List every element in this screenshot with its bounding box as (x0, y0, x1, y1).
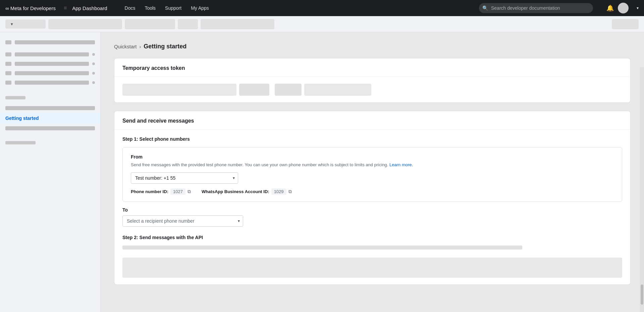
sidebar-item-label-1 (15, 40, 95, 44)
token-action-button[interactable] (275, 84, 302, 96)
secondary-nav-pill-1[interactable] (48, 19, 122, 29)
token-card: Temporary access token (114, 58, 631, 103)
sidebar-item-getting-started[interactable]: Getting started (0, 113, 100, 124)
breadcrumb: Quickstart › Getting started (114, 43, 631, 50)
sidebar-item-dot-5 (92, 81, 95, 84)
token-card-header: Temporary access token (114, 58, 630, 77)
search-area: 🔍 (479, 3, 593, 13)
top-navigation: ∞ Meta for Developers ≡ App Dashboard Do… (0, 0, 644, 16)
to-phone-select[interactable]: Select a recipient phone number (122, 215, 243, 227)
waba-id-label: WhatsApp Business Account ID: (202, 189, 269, 194)
token-card-title: Temporary access token (122, 65, 185, 71)
step2-placeholder-bar-1 (122, 246, 522, 250)
secondary-nav-pill-4[interactable] (201, 19, 274, 29)
phone-number-id-value: 1027 (170, 188, 185, 195)
sidebar-item-icon-1 (5, 40, 11, 44)
meta-logo-text: ∞ Meta for Developers (5, 5, 56, 11)
sidebar-group-placeholder (5, 96, 25, 99)
search-input[interactable] (479, 3, 593, 13)
send-card-header: Send and receive messages (114, 111, 630, 130)
sidebar-item-7[interactable] (0, 124, 100, 133)
sidebar-item-4[interactable] (0, 69, 100, 78)
nav-links: Docs Tools Support My Apps (121, 3, 213, 13)
step1-label: Step 1: Select phone numbers (122, 136, 622, 142)
meta-logo[interactable]: ∞ Meta for Developers (5, 5, 56, 11)
breadcrumb-separator: › (140, 44, 141, 49)
sidebar-item-icon-4 (5, 71, 11, 75)
nav-link-myapps[interactable]: My Apps (187, 3, 213, 13)
from-desc-text: Send free messages with the provided tes… (131, 162, 388, 167)
user-menu-chevron-icon[interactable]: ▾ (637, 6, 639, 10)
secondary-nav-pill-3[interactable] (178, 19, 198, 29)
nav-link-docs[interactable]: Docs (121, 3, 140, 13)
token-input[interactable] (122, 84, 236, 96)
sidebar-item-icon-3 (5, 62, 11, 66)
send-card-body: Step 1: Select phone numbers From Send f… (114, 130, 630, 284)
phone-id-row: Phone number ID: 1027 ⧉ WhatsApp Busines… (131, 188, 614, 195)
token-card-body (114, 77, 630, 102)
sidebar-active-label: Getting started (5, 116, 95, 121)
sidebar-item-2[interactable] (0, 50, 100, 59)
waba-id-item: WhatsApp Business Account ID: 1029 ⧉ (202, 188, 292, 195)
token-row (122, 84, 622, 96)
sidebar-item-5[interactable] (0, 78, 100, 87)
sidebar-item-label-7 (5, 126, 95, 130)
step2-label: Step 2: Send messages with the API (122, 235, 622, 240)
token-copy-button[interactable] (239, 84, 269, 96)
send-card: Send and receive messages Step 1: Select… (114, 111, 631, 285)
scrollbar-thumb[interactable] (641, 284, 643, 305)
avatar[interactable] (618, 3, 629, 13)
sidebar-item-icon-2 (5, 52, 11, 56)
sidebar-item-label-4 (15, 71, 89, 75)
from-desc: Send free messages with the provided tes… (131, 162, 614, 168)
scrollbar[interactable] (640, 67, 644, 312)
sidebar-item-dot-2 (92, 53, 95, 56)
sidebar-item-1[interactable] (0, 38, 100, 47)
app-dashboard-label: App Dashboard (72, 5, 107, 11)
from-desc-link[interactable]: Learn more. (389, 162, 413, 167)
sidebar-item-label-3 (15, 62, 89, 66)
sidebar-item-dot-4 (92, 72, 95, 75)
page-wrapper: Getting started Quickstart › Getting sta… (0, 32, 644, 312)
search-input-wrap: 🔍 (479, 3, 593, 13)
waba-id-copy-icon[interactable]: ⧉ (288, 189, 292, 194)
sidebar-item-icon-5 (5, 81, 11, 85)
sidebar: Getting started (0, 32, 101, 312)
sidebar-item-3[interactable] (0, 59, 100, 69)
sidebar-item-dot-3 (92, 62, 95, 65)
secondary-navigation: ▾ (0, 16, 644, 32)
nav-link-tools[interactable]: Tools (141, 3, 160, 13)
token-info (304, 84, 371, 96)
waba-id-value: 1029 (271, 188, 286, 195)
step2-code-block (122, 258, 622, 278)
phone-number-id-label: Phone number ID: (131, 189, 168, 194)
main-content: Quickstart › Getting started Temporary a… (101, 32, 644, 312)
secondary-nav-right-button[interactable] (612, 19, 639, 29)
sidebar-sub-group-placeholder (5, 141, 36, 144)
send-card-title: Send and receive messages (122, 118, 194, 124)
secondary-nav-pill-2[interactable] (125, 19, 175, 29)
to-section: To Select a recipient phone number ▾ (122, 207, 622, 227)
nav-right-area: 🔔 ▾ (606, 3, 639, 13)
sidebar-item-label-2 (15, 52, 89, 56)
nav-link-support[interactable]: Support (161, 3, 185, 13)
to-label: To (122, 207, 622, 213)
from-phone-select[interactable]: Test number: +1 55 (131, 172, 238, 184)
sidebar-item-label-5 (15, 81, 89, 85)
to-select-wrap: Select a recipient phone number ▾ (122, 215, 243, 227)
from-label: From (131, 154, 614, 160)
notification-bell-icon[interactable]: 🔔 (606, 4, 614, 12)
dropdown-chevron-icon: ▾ (11, 21, 13, 27)
phone-number-id-item: Phone number ID: 1027 ⧉ (131, 188, 191, 195)
breadcrumb-parent[interactable]: Quickstart (114, 44, 137, 49)
breadcrumb-current: Getting started (144, 43, 186, 50)
secondary-nav-dropdown[interactable]: ▾ (5, 19, 46, 29)
sidebar-item-label-6 (5, 106, 95, 110)
from-select-wrap: Test number: +1 55 ▾ (131, 172, 238, 184)
sidebar-item-6[interactable] (0, 103, 100, 113)
menu-icon[interactable]: ≡ (64, 5, 67, 11)
phone-number-id-copy-icon[interactable]: ⧉ (187, 189, 191, 194)
from-phone-box: From Send free messages with the provide… (122, 147, 622, 202)
